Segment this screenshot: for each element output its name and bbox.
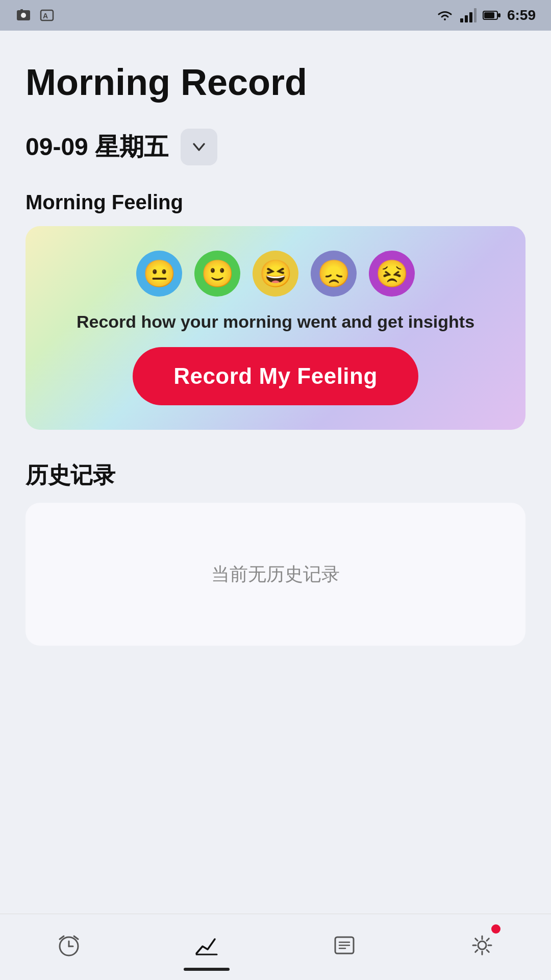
svg-point-1 xyxy=(21,13,26,18)
feeling-card: 😐 🙂 😆 😞 😣 Record how your morning went a… xyxy=(26,226,525,430)
date-row: 09-09 星期五 xyxy=(26,129,525,165)
laugh-face-emoji[interactable]: 😆 xyxy=(253,251,298,297)
svg-rect-2 xyxy=(20,9,23,11)
stats-tab[interactable] xyxy=(138,914,276,980)
list-icon xyxy=(331,932,358,963)
feeling-description: Record how your morning went and get ins… xyxy=(77,312,474,332)
date-display: 09-09 星期五 xyxy=(26,131,168,163)
settings-notification-dot xyxy=(491,924,500,934)
status-bar-left: A xyxy=(15,7,55,23)
alarm-tab[interactable] xyxy=(0,914,138,980)
history-section-title: 历史记录 xyxy=(26,460,525,491)
wifi-icon xyxy=(436,8,454,22)
history-card: 当前无历史记录 xyxy=(26,503,525,646)
battery-icon xyxy=(483,10,501,21)
signal-icon xyxy=(460,8,477,22)
svg-text:A: A xyxy=(43,12,48,20)
emoji-row: 😐 🙂 😆 😞 😣 xyxy=(136,251,415,297)
date-dropdown-button[interactable] xyxy=(181,129,217,165)
settings-tab[interactable] xyxy=(413,914,551,980)
time-display: 6:59 xyxy=(507,7,536,23)
svg-rect-6 xyxy=(465,15,468,22)
svg-rect-8 xyxy=(474,8,477,22)
svg-point-20 xyxy=(478,941,486,949)
chevron-down-icon xyxy=(190,138,208,156)
history-empty-message: 当前无历史记录 xyxy=(211,562,340,587)
text-icon: A xyxy=(39,7,55,23)
svg-rect-5 xyxy=(460,18,463,22)
morning-feeling-title: Morning Feeling xyxy=(26,191,525,214)
svg-rect-11 xyxy=(498,13,500,17)
main-content: Morning Record 09-09 星期五 Morning Feeling… xyxy=(0,31,551,914)
page-title: Morning Record xyxy=(26,61,525,103)
photo-icon xyxy=(15,7,32,23)
svg-rect-10 xyxy=(484,12,494,18)
sad-face-emoji[interactable]: 😞 xyxy=(311,251,357,297)
status-bar-right: 6:59 xyxy=(436,7,536,23)
list-tab[interactable] xyxy=(276,914,413,980)
alarm-icon xyxy=(56,932,82,963)
svg-rect-7 xyxy=(469,12,472,22)
record-my-feeling-button[interactable]: Record My Feeling xyxy=(133,347,418,405)
angry-face-emoji[interactable]: 😣 xyxy=(369,251,415,297)
status-bar: A 6:59 xyxy=(0,0,551,31)
chart-icon xyxy=(193,932,220,963)
bottom-navigation xyxy=(0,914,551,980)
gear-icon xyxy=(469,932,495,963)
happy-face-emoji[interactable]: 🙂 xyxy=(194,251,240,297)
neutral-face-emoji[interactable]: 😐 xyxy=(136,251,182,297)
